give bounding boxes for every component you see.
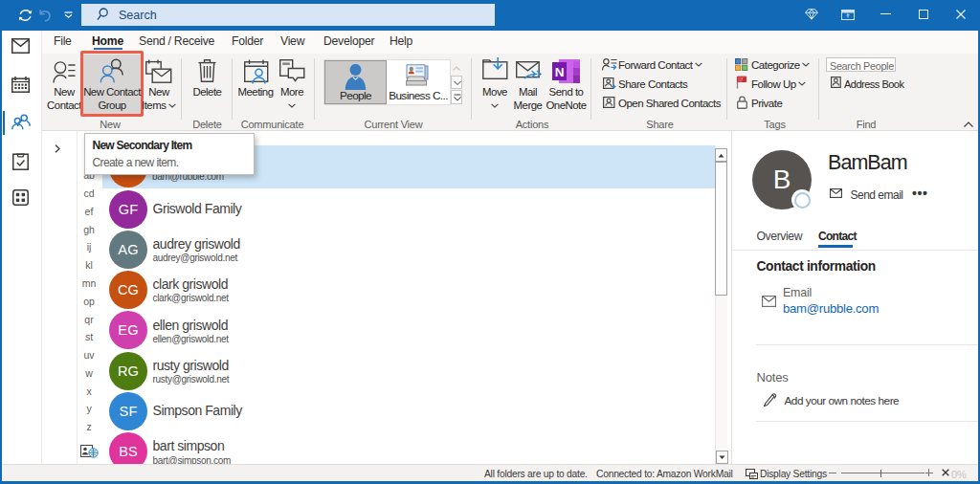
svg-text:N: N — [555, 65, 565, 79]
